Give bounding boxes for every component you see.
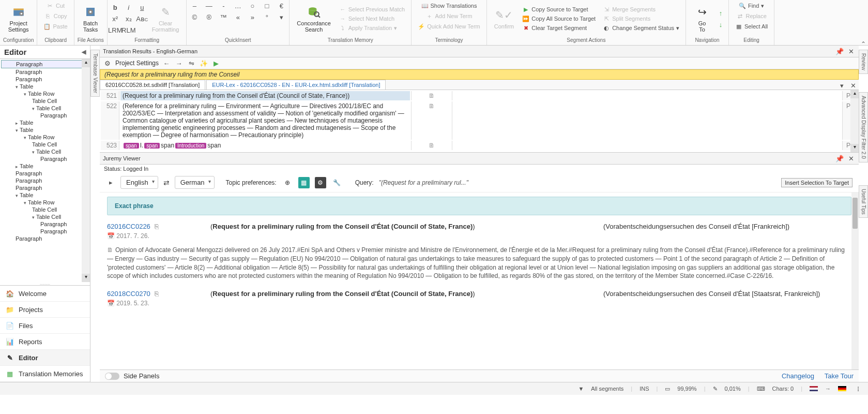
termbase-viewer-tab[interactable]: Termbase Viewer bbox=[90, 50, 100, 97]
result-source[interactable]: (Request for a preliminary ruling from t… bbox=[210, 290, 593, 307]
result-source[interactable]: (Request for a preliminary ruling from t… bbox=[210, 223, 593, 240]
scroll-down-icon[interactable]: ▾ bbox=[850, 144, 859, 152]
nav-tm[interactable]: ▦Translation Memories bbox=[0, 366, 90, 382]
segment-target[interactable] bbox=[453, 91, 841, 100]
underline-button[interactable]: u bbox=[138, 3, 147, 12]
tree-node[interactable]: Paragraph bbox=[1, 220, 89, 228]
advanced-filter-tab[interactable]: Advanced Display Filter 2.0 bbox=[859, 92, 868, 162]
find-button[interactable]: 🔍Find ▾ bbox=[736, 1, 767, 10]
italic-button[interactable]: i bbox=[124, 3, 133, 12]
euro-icon[interactable]: € bbox=[277, 1, 286, 10]
segment-status-icon[interactable]: 🗎 bbox=[411, 141, 452, 150]
paste-button[interactable]: 📋Paste bbox=[40, 22, 70, 31]
side-panels-toggle[interactable] bbox=[105, 373, 119, 380]
topic-filter-icon[interactable]: ▦ bbox=[298, 177, 310, 188]
registered-icon[interactable]: ® bbox=[204, 12, 214, 22]
project-settings-button[interactable]: Project Settings bbox=[4, 3, 33, 35]
copyright-icon[interactable]: © bbox=[190, 12, 199, 22]
ellipsis-icon[interactable]: … bbox=[233, 1, 242, 10]
segment-grid[interactable]: 521(Request for a preliminary ruling fro… bbox=[100, 90, 859, 152]
copy-source-button[interactable]: ▶Copy Source to Target bbox=[519, 5, 599, 14]
replace-button[interactable]: ⇄Replace bbox=[733, 11, 769, 21]
segment-status-icon[interactable]: 🗎 bbox=[411, 101, 452, 140]
arrow-down-icon[interactable]: ↓ bbox=[716, 20, 725, 29]
file-tab-1[interactable]: 62016CC0528.txt.sdlxliff [Translation] bbox=[100, 80, 205, 90]
tree-node[interactable]: Table Cell bbox=[1, 148, 89, 155]
go-to-button[interactable]: ↪ Go To bbox=[689, 3, 715, 35]
nav-files[interactable]: 📄Files bbox=[0, 318, 90, 334]
change-status-button[interactable]: ◐Change Segment Status ▾ bbox=[600, 23, 682, 33]
tree-node[interactable]: Table Row bbox=[1, 90, 89, 97]
square-icon[interactable]: □ bbox=[262, 1, 271, 10]
select-all-button[interactable]: ▦Select All bbox=[732, 22, 771, 31]
copy-button[interactable]: ⎘Copy bbox=[41, 11, 70, 21]
tree-scrollbar[interactable]: ▴▾ bbox=[82, 59, 90, 282]
tree-toggle-icon[interactable] bbox=[16, 163, 20, 169]
smallcaps-button[interactable]: Aʙc bbox=[138, 14, 147, 23]
tree-node[interactable]: Paragraph bbox=[1, 235, 89, 242]
tree-node[interactable]: Table bbox=[1, 162, 89, 170]
merge-segments-button[interactable]: ⇲Merge Segments bbox=[600, 5, 682, 14]
bold-button[interactable]: b bbox=[111, 3, 120, 12]
tree-toggle-icon[interactable] bbox=[24, 199, 28, 205]
tree-toggle-icon[interactable] bbox=[16, 127, 20, 133]
wrench-icon[interactable]: 🔧 bbox=[331, 177, 343, 188]
tree-node[interactable]: Table bbox=[1, 191, 89, 199]
structure-tree[interactable]: ParagraphParagraphParagraphTableTable Ro… bbox=[0, 59, 90, 282]
tree-node[interactable]: Paragraph bbox=[1, 228, 89, 235]
tree-node[interactable]: Paragraph bbox=[1, 177, 89, 184]
insert-selection-button[interactable]: Insert Selection To Target bbox=[781, 178, 852, 187]
filter-label[interactable]: All segments bbox=[591, 386, 623, 392]
subscript-button[interactable]: x₂ bbox=[124, 14, 133, 23]
tree-toggle-icon[interactable] bbox=[24, 134, 28, 140]
tree-node[interactable]: Table Cell bbox=[1, 97, 89, 105]
segment-target[interactable] bbox=[453, 101, 841, 140]
guillemet-l-icon[interactable]: « bbox=[233, 12, 242, 22]
clear-target-button[interactable]: ✖Clear Target Segment bbox=[519, 23, 599, 33]
add-new-term-button[interactable]: ＋Add New Term bbox=[423, 11, 476, 21]
juremy-results[interactable]: Exact phrase 62016CC0226⎘📅 2017. 7. 26.(… bbox=[100, 193, 859, 369]
close-icon[interactable]: ✕ bbox=[846, 154, 856, 163]
tree-node[interactable]: Table Cell bbox=[1, 141, 89, 148]
clear-formatting-button[interactable]: ✎ Clear Formatting bbox=[148, 3, 184, 35]
nav-editor[interactable]: ✎Editor bbox=[0, 350, 90, 366]
quick-add-term-button[interactable]: ⚡Quick Add New Term bbox=[415, 22, 483, 31]
tree-node[interactable]: Paragraph bbox=[1, 155, 89, 162]
result-target[interactable]: (Vorabentscheidungsersuchen des Conseil … bbox=[603, 290, 851, 307]
tree-node[interactable]: Table Row bbox=[1, 199, 89, 206]
show-translations-button[interactable]: 📖Show Translations bbox=[418, 1, 480, 10]
segment-row[interactable]: 522(Reference for a preliminary ruling —… bbox=[101, 101, 858, 140]
result-id-link[interactable]: 62016CC0226 bbox=[107, 223, 150, 230]
tab-menu-icon[interactable]: ▾ bbox=[837, 81, 846, 90]
tree-node[interactable]: Table Cell bbox=[1, 206, 89, 213]
scroll-up-icon[interactable]: ▴ bbox=[850, 90, 859, 98]
file-tab-2[interactable]: EUR-Lex - 62016CC0528 - EN - EUR-Lex.htm… bbox=[206, 80, 386, 90]
segment-status-icon[interactable]: 🗎 bbox=[411, 91, 452, 100]
batch-tasks-button[interactable]: Batch Tasks bbox=[78, 3, 103, 35]
tree-node[interactable]: Table bbox=[1, 83, 89, 90]
lrm-button[interactable]: LRM bbox=[111, 25, 120, 35]
nav-back-icon[interactable]: ← bbox=[162, 58, 171, 68]
chevron-down-icon[interactable]: ▾ bbox=[277, 12, 286, 22]
segment-row[interactable]: 521(Request for a preliminary ruling fro… bbox=[101, 91, 858, 100]
nav-projects[interactable]: 📁Projects bbox=[0, 302, 90, 318]
segment-source[interactable]: (Request for a preliminary ruling from t… bbox=[120, 91, 410, 100]
tree-node[interactable]: Paragraph bbox=[1, 112, 89, 119]
tab-close-icon[interactable]: ✕ bbox=[848, 81, 858, 90]
nbsp-icon[interactable]: ° bbox=[262, 12, 271, 22]
dash3-icon[interactable]: - bbox=[219, 1, 228, 10]
project-settings-link[interactable]: Project Settings bbox=[115, 60, 159, 67]
tree-node[interactable]: Paragraph bbox=[1, 184, 89, 191]
chevron-left-icon[interactable]: ◀ bbox=[82, 49, 86, 55]
copy-all-source-button[interactable]: ⏩Copy All Source to Target bbox=[519, 14, 599, 23]
tree-node[interactable]: Paragraph bbox=[1, 170, 89, 177]
superscript-button[interactable]: x² bbox=[111, 14, 120, 23]
confirm-button[interactable]: ✎✓ Confirm bbox=[490, 6, 519, 32]
nav-fwd-icon[interactable]: → bbox=[174, 58, 184, 68]
tree-toggle-icon[interactable] bbox=[32, 105, 36, 111]
select-next-match-button[interactable]: →Select Next Match bbox=[336, 14, 408, 23]
changelog-link[interactable]: Changelog bbox=[782, 372, 814, 380]
tree-node[interactable]: Table Cell bbox=[1, 105, 89, 112]
result-id-link[interactable]: 62018CC0270 bbox=[107, 290, 150, 298]
expand-icon[interactable]: ▸ bbox=[106, 178, 115, 187]
